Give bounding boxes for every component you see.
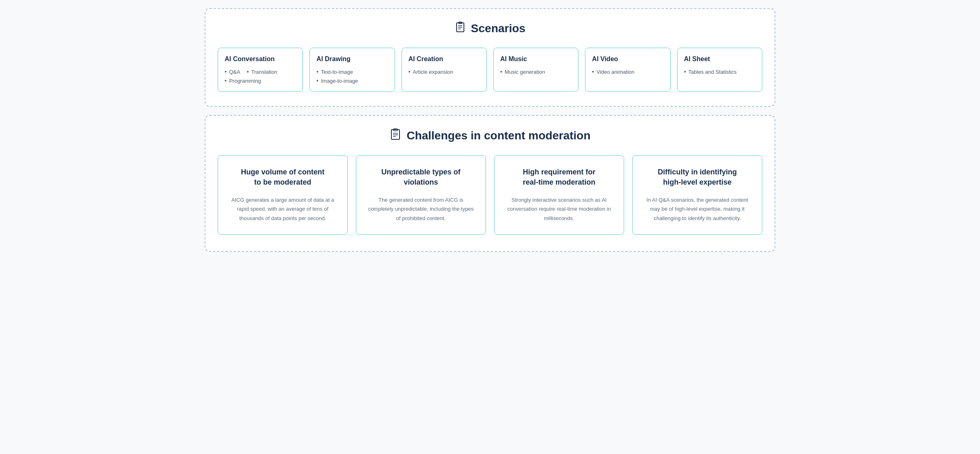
scenarios-icon: [455, 21, 466, 35]
scenario-item-video-animation: Video animation: [592, 68, 663, 75]
challenge-card-desc-unpredictable: The generated content from AICG is compl…: [366, 196, 476, 223]
challenge-card-high-requirement: High requirement forreal-time moderation…: [494, 155, 624, 235]
scenarios-header: Scenarios: [218, 21, 762, 35]
scenario-card-ai-creation: AI Creation Article expansion: [402, 48, 487, 92]
challenges-header: Challenges in content moderation: [218, 128, 762, 143]
challenges-grid: Huge volume of contentto be moderated AI…: [218, 155, 762, 235]
scenario-card-title-ai-sheet: AI Sheet: [684, 55, 755, 63]
challenge-card-title-difficulty: Difficulty in identifyinghigh-level expe…: [642, 167, 752, 187]
scenario-card-title-ai-conversation: AI Conversation: [225, 55, 296, 63]
scenario-card-title-ai-music: AI Music: [500, 55, 572, 63]
scenario-item-text-to-image: Text-to-image: [316, 68, 388, 75]
scenarios-title: Scenarios: [471, 22, 525, 35]
challenges-icon: [389, 128, 402, 143]
scenario-items-ai-drawing: Text-to-image Image-to-image: [316, 68, 388, 84]
scenario-item-translation: Translation: [247, 68, 277, 75]
scenario-items-row-1: Q&A Translation: [225, 68, 296, 75]
scenarios-section: Scenarios AI Conversation Q&A Translatio…: [205, 8, 775, 107]
scenario-card-title-ai-drawing: AI Drawing: [316, 55, 388, 63]
scenario-card-title-ai-video: AI Video: [592, 55, 663, 63]
scenario-items-ai-music: Music generation: [500, 68, 572, 75]
page-wrapper: Scenarios AI Conversation Q&A Translatio…: [205, 8, 775, 252]
challenge-card-unpredictable: Unpredictable types ofviolations The gen…: [356, 155, 486, 235]
challenge-card-difficulty: Difficulty in identifyinghigh-level expe…: [632, 155, 762, 235]
scenario-item-image-to-image: Image-to-image: [316, 77, 388, 84]
challenge-card-title-unpredictable: Unpredictable types ofviolations: [366, 167, 476, 187]
scenario-card-title-ai-creation: AI Creation: [408, 55, 480, 63]
challenge-card-title-high-requirement: High requirement forreal-time moderation: [504, 167, 614, 187]
scenario-items-ai-sheet: Tables and Statistics: [684, 68, 755, 75]
scenario-card-ai-video: AI Video Video animation: [585, 48, 670, 92]
scenario-item-music-generation: Music generation: [500, 68, 572, 75]
scenario-card-ai-sheet: AI Sheet Tables and Statistics: [677, 48, 762, 92]
challenge-card-title-huge-volume: Huge volume of contentto be moderated: [228, 167, 338, 187]
scenario-card-ai-music: AI Music Music generation: [493, 48, 578, 92]
challenge-card-huge-volume: Huge volume of contentto be moderated AI…: [218, 155, 348, 235]
challenges-section: Challenges in content moderation Huge vo…: [205, 115, 775, 252]
challenge-card-desc-huge-volume: AICG generates a large amount of data at…: [228, 196, 338, 223]
scenario-item-tables-statistics: Tables and Statistics: [684, 68, 755, 75]
scenario-card-ai-drawing: AI Drawing Text-to-image Image-to-image: [309, 48, 395, 92]
scenarios-grid: AI Conversation Q&A Translation Programm…: [218, 48, 762, 92]
scenario-item-programming: Programming: [225, 77, 296, 84]
challenge-card-desc-difficulty: In AI Q&A scenarios, the generated conte…: [642, 196, 752, 223]
challenge-card-desc-high-requirement: Strongly interactive scenarios such as A…: [504, 196, 614, 223]
scenario-item-article-expansion: Article expansion: [408, 68, 480, 75]
scenario-items-ai-conversation: Q&A Translation Programming: [225, 68, 296, 84]
scenario-items-ai-video: Video animation: [592, 68, 663, 75]
scenario-item-qa: Q&A: [225, 68, 240, 75]
challenges-title: Challenges in content moderation: [406, 129, 590, 142]
scenario-items-ai-creation: Article expansion: [408, 68, 480, 75]
scenario-card-ai-conversation: AI Conversation Q&A Translation Programm…: [218, 48, 303, 92]
